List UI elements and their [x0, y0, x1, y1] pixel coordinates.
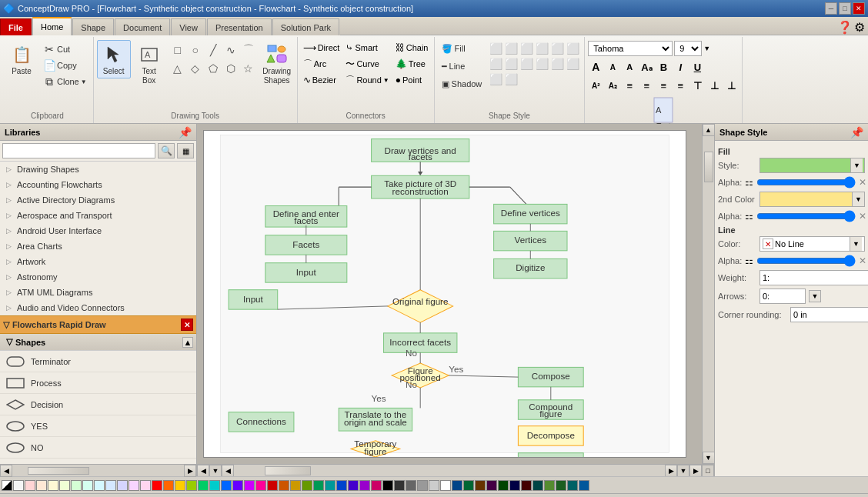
color-swatch-18[interactable]: [221, 480, 232, 491]
tab-solution-park[interactable]: Solution Park: [272, 18, 339, 35]
shape-terminator[interactable]: Terminator: [0, 351, 196, 372]
align-right-btn[interactable]: ⬜: [519, 42, 533, 55]
fill-color-picker[interactable]: ▼: [760, 158, 865, 173]
clone-button[interactable]: ⧉ Clone ▼: [40, 74, 90, 89]
hscroll-nav-btn2[interactable]: ▼: [677, 465, 689, 477]
cut-button[interactable]: ✂ Cut: [40, 42, 90, 57]
canvas-page-controls[interactable]: □: [702, 465, 714, 477]
color-swatch-47[interactable]: [556, 480, 566, 491]
color-swatch-34[interactable]: [406, 480, 416, 491]
color-swatch-40[interactable]: [475, 480, 486, 491]
star-tool[interactable]: ☆: [240, 60, 257, 77]
font-decrease-btn[interactable]: A: [605, 59, 620, 75]
minimize-btn[interactable]: ─: [825, 2, 837, 15]
left-scroll-thumb[interactable]: [28, 467, 89, 475]
color-swatch-45[interactable]: [532, 480, 543, 491]
color-swatch-30[interactable]: [359, 480, 370, 491]
alpha-fill-clear[interactable]: ✕: [859, 176, 866, 188]
color-swatch-5[interactable]: [71, 480, 82, 491]
flowchart-canvas[interactable]: Draw vertices and facets Take picture of…: [203, 130, 686, 458]
lib-astronomy[interactable]: ▷ Astronomy: [0, 269, 196, 285]
alpha-fill-slider[interactable]: [756, 179, 856, 185]
alpha-line-slider[interactable]: [756, 258, 856, 264]
curve-connector[interactable]: 〜 Curve: [343, 56, 391, 72]
color-swatch-33[interactable]: [394, 480, 405, 491]
vscroll-down-btn[interactable]: ▼: [703, 452, 715, 464]
align-top-text-btn[interactable]: ⊤: [689, 78, 705, 93]
font-size-select[interactable]: 9: [674, 41, 702, 56]
arc-connector[interactable]: ⌒ Arc: [301, 56, 342, 72]
tab-document[interactable]: Document: [115, 18, 170, 35]
circle-tool[interactable]: ○: [187, 42, 204, 58]
color-swatch-46[interactable]: [544, 480, 555, 491]
fill-color-dropdown[interactable]: ▼: [850, 158, 863, 172]
style-btn-5[interactable]: ⬜: [550, 57, 564, 71]
round-connector[interactable]: ⌒ Round ▼: [343, 72, 391, 88]
lib-drawing-shapes[interactable]: ▷ Drawing Shapes: [0, 162, 196, 177]
shape-no[interactable]: NO: [0, 437, 196, 459]
polyline-tool[interactable]: ⌒: [240, 42, 257, 58]
color-swatch-8[interactable]: [105, 480, 116, 491]
lib-active-directory[interactable]: ▷ Active Directory Diagrams: [0, 192, 196, 208]
font-increase-btn[interactable]: A: [588, 59, 603, 75]
align-left-btn[interactable]: ⬜: [489, 42, 502, 55]
color-swatch-0[interactable]: [13, 480, 24, 491]
color-swatch-10[interactable]: [129, 480, 139, 491]
paste-button[interactable]: 📋 Paste: [5, 40, 38, 78]
color-swatch-21[interactable]: [255, 480, 266, 491]
color-swatch-44[interactable]: [521, 480, 532, 491]
restore-btn[interactable]: □: [839, 2, 851, 15]
color-swatch-38[interactable]: [452, 480, 462, 491]
color-swatch-22[interactable]: [267, 480, 278, 491]
shape-process[interactable]: Process: [0, 372, 196, 394]
color-swatch-16[interactable]: [198, 480, 209, 491]
corner-input[interactable]: [790, 307, 868, 322]
tab-presentation[interactable]: Presentation: [207, 18, 272, 35]
hscroll-left-btn[interactable]: ◀: [197, 465, 209, 477]
color-swatch-27[interactable]: [325, 480, 336, 491]
color-swatch-28[interactable]: [336, 480, 347, 491]
search-button[interactable]: 🔍: [158, 143, 175, 158]
style-btn-4[interactable]: ⬜: [535, 57, 549, 71]
font-special-btn[interactable]: A: [622, 59, 637, 75]
flowchart-header[interactable]: ▽ Flowcharts Rapid Draw ✕: [0, 316, 196, 333]
lib-audio-video[interactable]: ▷ Audio and Video Connectors: [0, 300, 196, 315]
color-swatch-48[interactable]: [567, 480, 578, 491]
triangle-tool[interactable]: △: [169, 60, 186, 77]
alpha-second-clear[interactable]: ✕: [859, 210, 866, 222]
color-swatch-20[interactable]: [244, 480, 255, 491]
right-pin-icon[interactable]: 📌: [850, 126, 863, 138]
lib-aerospace[interactable]: ▷ Aerospace and Transport: [0, 208, 196, 223]
color-swatch-41[interactable]: [486, 480, 497, 491]
line-tool[interactable]: ╱: [205, 42, 222, 58]
color-swatch-42[interactable]: [498, 480, 509, 491]
shapes-header[interactable]: ▽ Shapes ▲: [0, 334, 196, 351]
rect-tool[interactable]: □: [169, 42, 186, 58]
shape-decision[interactable]: Decision: [0, 394, 196, 415]
tab-shape[interactable]: Shape: [72, 18, 114, 35]
color-swatch-26[interactable]: [313, 480, 324, 491]
lib-android[interactable]: ▷ Android User Interface: [0, 223, 196, 238]
tab-view[interactable]: View: [171, 18, 206, 35]
select-button[interactable]: Select: [97, 40, 131, 78]
color-swatch-9[interactable]: [117, 480, 128, 491]
hscroll-left2-btn[interactable]: ◀: [222, 465, 234, 477]
smart-connector[interactable]: ⤷ Smart: [343, 40, 391, 55]
style-btn-3[interactable]: ⬜: [519, 57, 533, 71]
pin-icon[interactable]: 📌: [179, 126, 192, 138]
align-center-text-btn[interactable]: ≡: [639, 78, 654, 93]
arrows-input[interactable]: [760, 289, 806, 304]
align-right-text-btn[interactable]: ≡: [656, 78, 671, 93]
color-swatch-17[interactable]: [209, 480, 220, 491]
align-justify-btn[interactable]: ≡: [673, 78, 688, 93]
color-swatch-49[interactable]: [579, 480, 589, 491]
copy-button[interactable]: 📄 Copy: [40, 58, 90, 73]
search-input[interactable]: [2, 143, 155, 158]
color-swatch-11[interactable]: [140, 480, 151, 491]
point-connector[interactable]: ● Point: [393, 72, 431, 88]
color-swatch-37[interactable]: [440, 480, 451, 491]
distribute-btn[interactable]: ⬜: [550, 42, 564, 55]
italic-btn[interactable]: I: [673, 59, 688, 75]
second-color-dropdown[interactable]: ▼: [852, 192, 864, 206]
sub-btn[interactable]: A₂: [605, 78, 620, 93]
